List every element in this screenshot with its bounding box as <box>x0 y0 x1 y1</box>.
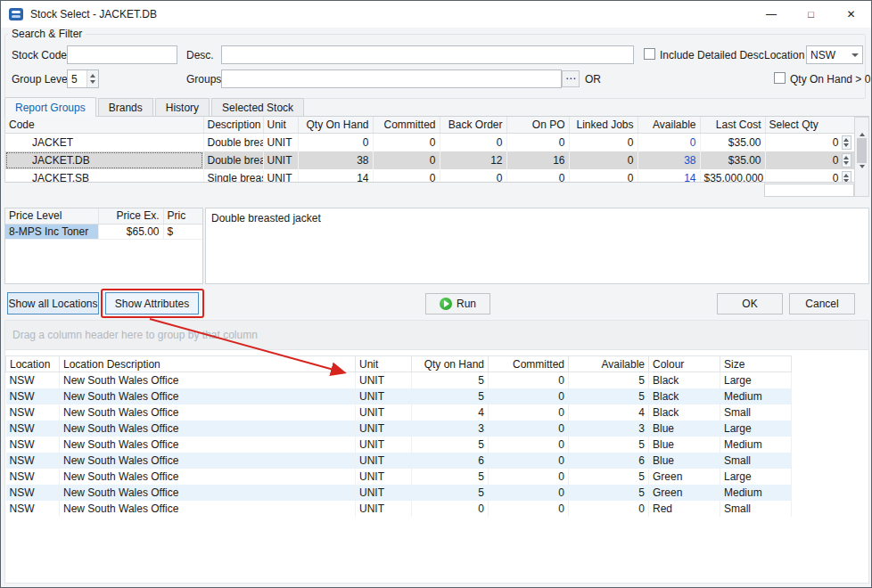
show-all-locations-button[interactable]: Show all Locations <box>7 292 99 314</box>
price-row[interactable]: 8-MPS Inc Toner $65.00 $ <box>5 224 202 239</box>
stock-code-label: Stock Code <box>12 49 67 61</box>
price-level-grid: Price Level Price Ex. Pric 8-MPS Inc Ton… <box>4 208 203 284</box>
stock-column-header[interactable]: Select Qty <box>765 117 854 133</box>
ok-button[interactable]: OK <box>717 293 783 314</box>
stock-row[interactable]: JACKETDouble breasUNIT000000$35.000 <box>5 133 854 151</box>
location-row[interactable]: NSWNew South Wales OfficeUNIT505BlackMed… <box>6 388 792 404</box>
price-ex-column-header[interactable]: Price Ex. <box>98 208 163 224</box>
tab-brands[interactable]: Brands <box>98 98 153 116</box>
location-column-header[interactable]: Available <box>569 356 649 372</box>
spinner-down-icon[interactable] <box>843 161 849 165</box>
spinner-down-icon[interactable] <box>843 143 849 147</box>
location-row[interactable]: NSWNew South Wales OfficeUNIT505GreenLar… <box>6 469 792 485</box>
select-qty-spinner[interactable] <box>842 153 851 167</box>
location-column-header[interactable]: Qty on Hand <box>412 356 489 372</box>
location-row[interactable]: NSWNew South Wales OfficeUNIT000RedSmall <box>6 501 792 517</box>
location-column-header[interactable]: Colour <box>649 356 720 372</box>
maximize-button[interactable]: □ <box>791 1 831 28</box>
location-row[interactable]: NSWNew South Wales OfficeUNIT505BlueMedi… <box>6 437 792 453</box>
scroll-thumb[interactable] <box>857 138 867 163</box>
qty-on-hand-label: Qty On Hand > 0 <box>790 73 870 86</box>
close-button[interactable]: ✕ <box>831 1 871 28</box>
stock-column-header[interactable]: Last Cost <box>700 117 765 133</box>
select-qty-spinner[interactable] <box>842 135 851 150</box>
cancel-button[interactable]: Cancel <box>789 293 855 314</box>
location-column-header[interactable]: Size <box>720 356 792 372</box>
stock-column-header[interactable]: Linked Jobs <box>569 117 638 133</box>
spinner-up-icon[interactable] <box>843 174 849 177</box>
run-button-label: Run <box>457 298 476 310</box>
locations-panel: Drag a column header here to group by th… <box>4 320 869 584</box>
spinner-up-icon[interactable] <box>843 156 849 159</box>
group-level-label: Group Level <box>12 73 70 86</box>
select-qty-cell: 0 <box>765 151 854 169</box>
group-level-spinner[interactable]: 5 <box>67 69 99 88</box>
groups-input[interactable] <box>221 69 562 88</box>
groups-picker-button[interactable]: ⋯ <box>562 70 580 87</box>
stock-code-input[interactable] <box>67 45 177 64</box>
location-column-header[interactable]: Location Description <box>60 356 356 372</box>
groups-label: Groups <box>186 73 221 86</box>
show-attributes-button[interactable]: Show Attributes <box>105 292 199 314</box>
spinner-down-icon[interactable] <box>843 179 849 183</box>
select-qty-spinner[interactable] <box>842 171 851 184</box>
stock-column-header[interactable]: Code <box>5 117 203 133</box>
stock-column-header[interactable]: Qty On Hand <box>298 117 373 133</box>
stock-column-header[interactable]: Description <box>203 117 263 133</box>
loc-grid-body: NSWNew South Wales OfficeUNIT505BlackLar… <box>6 372 792 517</box>
location-label: Location <box>764 49 804 61</box>
dropdown-arrow-icon <box>848 53 862 57</box>
or-label: OR <box>585 73 601 86</box>
close-icon: ✕ <box>846 8 855 20</box>
stock-description-box: Double breasted jacket <box>205 208 869 284</box>
stock-select-dialog: Stock Select - JACKET.DB — □ ✕ Search & … <box>0 0 872 588</box>
select-qty-value: 0 <box>833 136 839 149</box>
location-dropdown[interactable]: NSW <box>806 45 863 64</box>
location-column-header[interactable]: Location <box>6 356 60 372</box>
stock-row[interactable]: JACKET.SBSingle breastUNIT14000014$35,00… <box>5 169 854 184</box>
include-detailed-desc-label: Include Detailed Desc <box>660 49 764 61</box>
select-qty-value: 0 <box>833 154 839 167</box>
include-detailed-desc-checkbox[interactable] <box>644 48 655 60</box>
stock-column-header[interactable]: Back Order <box>440 117 506 133</box>
stock-column-header[interactable]: Available <box>638 117 700 133</box>
price-ex-cell: $65.00 <box>98 224 163 239</box>
desc-input[interactable] <box>221 45 634 64</box>
spinner-arrows-icon[interactable] <box>86 70 98 87</box>
stock-column-header[interactable]: Committed <box>373 117 440 133</box>
loc-grid-header-row: LocationLocation DescriptionUnitQty on H… <box>6 356 792 372</box>
location-column-header[interactable]: Unit <box>356 356 412 372</box>
desc-label: Desc. <box>186 49 214 61</box>
scroll-down-icon[interactable] <box>860 168 865 181</box>
location-row[interactable]: NSWNew South Wales OfficeUNIT303BlueLarg… <box>6 421 792 437</box>
location-row[interactable]: NSWNew South Wales OfficeUNIT505BlackLar… <box>6 372 792 388</box>
group-level-value: 5 <box>68 70 86 87</box>
scroll-up-icon[interactable] <box>860 120 865 133</box>
stock-grid-scrollbar[interactable] <box>854 117 869 197</box>
location-row[interactable]: NSWNew South Wales OfficeUNIT606BlueSmal… <box>6 453 792 469</box>
run-button[interactable]: Run <box>425 293 490 314</box>
stock-row[interactable]: JACKET.DBDouble breasUNIT3801216038$35.0… <box>5 151 854 169</box>
tab-report-groups[interactable]: Report Groups <box>4 97 96 117</box>
qty-on-hand-checkbox[interactable] <box>774 72 786 84</box>
minimize-button[interactable]: — <box>751 1 791 28</box>
search-filter-group <box>4 34 866 99</box>
tab-history[interactable]: History <box>155 98 210 116</box>
location-column-header[interactable]: Committed <box>489 356 569 372</box>
group-by-hint: Drag a column header here to group by th… <box>5 321 868 350</box>
price-inc-column-header[interactable]: Pric <box>163 208 202 224</box>
location-row[interactable]: NSWNew South Wales OfficeUNIT505GreenMed… <box>6 485 792 501</box>
minimize-icon: — <box>766 8 776 20</box>
tab-selected-stock[interactable]: Selected Stock <box>211 98 304 116</box>
window-title: Stock Select - JACKET.DB <box>30 8 157 20</box>
stock-grid-body: JACKETDouble breasUNIT000000$35.000JACKE… <box>5 133 854 183</box>
spinner-up-icon[interactable] <box>843 138 849 142</box>
stock-column-header[interactable]: Unit <box>263 117 298 133</box>
run-play-icon <box>440 298 452 310</box>
price-level-column-header[interactable]: Price Level <box>5 208 98 224</box>
tab-bar: Report GroupsBrandsHistorySelected Stock <box>4 97 869 117</box>
location-row[interactable]: NSWNew South Wales OfficeUNIT404BlackSma… <box>6 404 792 421</box>
select-qty-footer-box <box>764 184 854 197</box>
stock-column-header[interactable]: On PO <box>506 117 569 133</box>
locations-grid: LocationLocation DescriptionUnitQty on H… <box>5 355 792 517</box>
